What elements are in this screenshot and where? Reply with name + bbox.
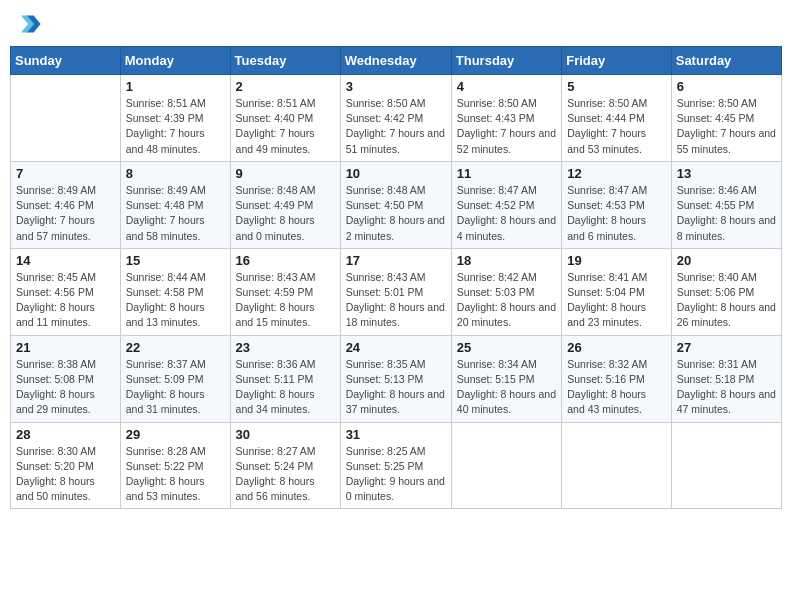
day-info: Sunrise: 8:34 AMSunset: 5:15 PMDaylight:… [457, 357, 556, 418]
calendar-cell: 8Sunrise: 8:49 AMSunset: 4:48 PMDaylight… [120, 161, 230, 248]
calendar-cell: 16Sunrise: 8:43 AMSunset: 4:59 PMDayligh… [230, 248, 340, 335]
calendar-cell [562, 422, 672, 509]
day-info: Sunrise: 8:50 AMSunset: 4:43 PMDaylight:… [457, 96, 556, 157]
day-info: Sunrise: 8:46 AMSunset: 4:55 PMDaylight:… [677, 183, 776, 244]
day-info: Sunrise: 8:43 AMSunset: 4:59 PMDaylight:… [236, 270, 335, 331]
day-info: Sunrise: 8:49 AMSunset: 4:46 PMDaylight:… [16, 183, 115, 244]
calendar-cell: 30Sunrise: 8:27 AMSunset: 5:24 PMDayligh… [230, 422, 340, 509]
day-info: Sunrise: 8:47 AMSunset: 4:52 PMDaylight:… [457, 183, 556, 244]
day-number: 2 [236, 79, 335, 94]
day-number: 18 [457, 253, 556, 268]
logo-icon [14, 10, 42, 38]
calendar-cell: 20Sunrise: 8:40 AMSunset: 5:06 PMDayligh… [671, 248, 781, 335]
day-number: 26 [567, 340, 666, 355]
calendar-cell: 13Sunrise: 8:46 AMSunset: 4:55 PMDayligh… [671, 161, 781, 248]
day-number: 21 [16, 340, 115, 355]
calendar-cell: 25Sunrise: 8:34 AMSunset: 5:15 PMDayligh… [451, 335, 561, 422]
calendar-body: 1Sunrise: 8:51 AMSunset: 4:39 PMDaylight… [11, 75, 782, 509]
day-info: Sunrise: 8:28 AMSunset: 5:22 PMDaylight:… [126, 444, 225, 505]
day-info: Sunrise: 8:27 AMSunset: 5:24 PMDaylight:… [236, 444, 335, 505]
calendar-cell: 27Sunrise: 8:31 AMSunset: 5:18 PMDayligh… [671, 335, 781, 422]
calendar-cell: 12Sunrise: 8:47 AMSunset: 4:53 PMDayligh… [562, 161, 672, 248]
logo [14, 10, 46, 38]
day-info: Sunrise: 8:51 AMSunset: 4:40 PMDaylight:… [236, 96, 335, 157]
weekday-header-row: SundayMondayTuesdayWednesdayThursdayFrid… [11, 47, 782, 75]
calendar-cell [671, 422, 781, 509]
day-number: 17 [346, 253, 446, 268]
calendar-cell: 10Sunrise: 8:48 AMSunset: 4:50 PMDayligh… [340, 161, 451, 248]
week-row-4: 21Sunrise: 8:38 AMSunset: 5:08 PMDayligh… [11, 335, 782, 422]
day-number: 4 [457, 79, 556, 94]
calendar-cell: 19Sunrise: 8:41 AMSunset: 5:04 PMDayligh… [562, 248, 672, 335]
day-number: 20 [677, 253, 776, 268]
day-number: 7 [16, 166, 115, 181]
day-number: 24 [346, 340, 446, 355]
calendar-cell: 7Sunrise: 8:49 AMSunset: 4:46 PMDaylight… [11, 161, 121, 248]
day-number: 29 [126, 427, 225, 442]
day-number: 30 [236, 427, 335, 442]
day-info: Sunrise: 8:47 AMSunset: 4:53 PMDaylight:… [567, 183, 666, 244]
calendar-cell: 14Sunrise: 8:45 AMSunset: 4:56 PMDayligh… [11, 248, 121, 335]
day-number: 16 [236, 253, 335, 268]
day-info: Sunrise: 8:51 AMSunset: 4:39 PMDaylight:… [126, 96, 225, 157]
day-info: Sunrise: 8:48 AMSunset: 4:50 PMDaylight:… [346, 183, 446, 244]
calendar-cell: 24Sunrise: 8:35 AMSunset: 5:13 PMDayligh… [340, 335, 451, 422]
calendar-cell: 3Sunrise: 8:50 AMSunset: 4:42 PMDaylight… [340, 75, 451, 162]
weekday-monday: Monday [120, 47, 230, 75]
calendar-cell: 15Sunrise: 8:44 AMSunset: 4:58 PMDayligh… [120, 248, 230, 335]
day-info: Sunrise: 8:43 AMSunset: 5:01 PMDaylight:… [346, 270, 446, 331]
day-number: 28 [16, 427, 115, 442]
day-info: Sunrise: 8:45 AMSunset: 4:56 PMDaylight:… [16, 270, 115, 331]
day-info: Sunrise: 8:35 AMSunset: 5:13 PMDaylight:… [346, 357, 446, 418]
day-info: Sunrise: 8:41 AMSunset: 5:04 PMDaylight:… [567, 270, 666, 331]
day-number: 27 [677, 340, 776, 355]
calendar-cell: 26Sunrise: 8:32 AMSunset: 5:16 PMDayligh… [562, 335, 672, 422]
week-row-2: 7Sunrise: 8:49 AMSunset: 4:46 PMDaylight… [11, 161, 782, 248]
weekday-wednesday: Wednesday [340, 47, 451, 75]
day-info: Sunrise: 8:49 AMSunset: 4:48 PMDaylight:… [126, 183, 225, 244]
day-number: 11 [457, 166, 556, 181]
calendar-cell: 1Sunrise: 8:51 AMSunset: 4:39 PMDaylight… [120, 75, 230, 162]
week-row-3: 14Sunrise: 8:45 AMSunset: 4:56 PMDayligh… [11, 248, 782, 335]
day-info: Sunrise: 8:48 AMSunset: 4:49 PMDaylight:… [236, 183, 335, 244]
calendar-cell: 5Sunrise: 8:50 AMSunset: 4:44 PMDaylight… [562, 75, 672, 162]
day-number: 15 [126, 253, 225, 268]
weekday-thursday: Thursday [451, 47, 561, 75]
calendar-cell: 18Sunrise: 8:42 AMSunset: 5:03 PMDayligh… [451, 248, 561, 335]
calendar-cell: 23Sunrise: 8:36 AMSunset: 5:11 PMDayligh… [230, 335, 340, 422]
weekday-sunday: Sunday [11, 47, 121, 75]
day-number: 8 [126, 166, 225, 181]
day-number: 13 [677, 166, 776, 181]
calendar-cell [451, 422, 561, 509]
week-row-1: 1Sunrise: 8:51 AMSunset: 4:39 PMDaylight… [11, 75, 782, 162]
weekday-friday: Friday [562, 47, 672, 75]
calendar-cell: 6Sunrise: 8:50 AMSunset: 4:45 PMDaylight… [671, 75, 781, 162]
day-info: Sunrise: 8:36 AMSunset: 5:11 PMDaylight:… [236, 357, 335, 418]
day-info: Sunrise: 8:50 AMSunset: 4:45 PMDaylight:… [677, 96, 776, 157]
day-info: Sunrise: 8:38 AMSunset: 5:08 PMDaylight:… [16, 357, 115, 418]
day-number: 12 [567, 166, 666, 181]
day-info: Sunrise: 8:50 AMSunset: 4:42 PMDaylight:… [346, 96, 446, 157]
day-info: Sunrise: 8:37 AMSunset: 5:09 PMDaylight:… [126, 357, 225, 418]
weekday-saturday: Saturday [671, 47, 781, 75]
day-info: Sunrise: 8:40 AMSunset: 5:06 PMDaylight:… [677, 270, 776, 331]
day-number: 23 [236, 340, 335, 355]
day-info: Sunrise: 8:30 AMSunset: 5:20 PMDaylight:… [16, 444, 115, 505]
day-number: 22 [126, 340, 225, 355]
week-row-5: 28Sunrise: 8:30 AMSunset: 5:20 PMDayligh… [11, 422, 782, 509]
calendar-cell: 2Sunrise: 8:51 AMSunset: 4:40 PMDaylight… [230, 75, 340, 162]
calendar-cell: 29Sunrise: 8:28 AMSunset: 5:22 PMDayligh… [120, 422, 230, 509]
calendar-cell: 4Sunrise: 8:50 AMSunset: 4:43 PMDaylight… [451, 75, 561, 162]
day-number: 10 [346, 166, 446, 181]
header [10, 10, 782, 38]
day-number: 5 [567, 79, 666, 94]
calendar-cell: 21Sunrise: 8:38 AMSunset: 5:08 PMDayligh… [11, 335, 121, 422]
day-number: 25 [457, 340, 556, 355]
calendar-cell: 28Sunrise: 8:30 AMSunset: 5:20 PMDayligh… [11, 422, 121, 509]
calendar-cell: 22Sunrise: 8:37 AMSunset: 5:09 PMDayligh… [120, 335, 230, 422]
day-number: 9 [236, 166, 335, 181]
weekday-tuesday: Tuesday [230, 47, 340, 75]
calendar-cell: 17Sunrise: 8:43 AMSunset: 5:01 PMDayligh… [340, 248, 451, 335]
day-info: Sunrise: 8:25 AMSunset: 5:25 PMDaylight:… [346, 444, 446, 505]
day-info: Sunrise: 8:31 AMSunset: 5:18 PMDaylight:… [677, 357, 776, 418]
